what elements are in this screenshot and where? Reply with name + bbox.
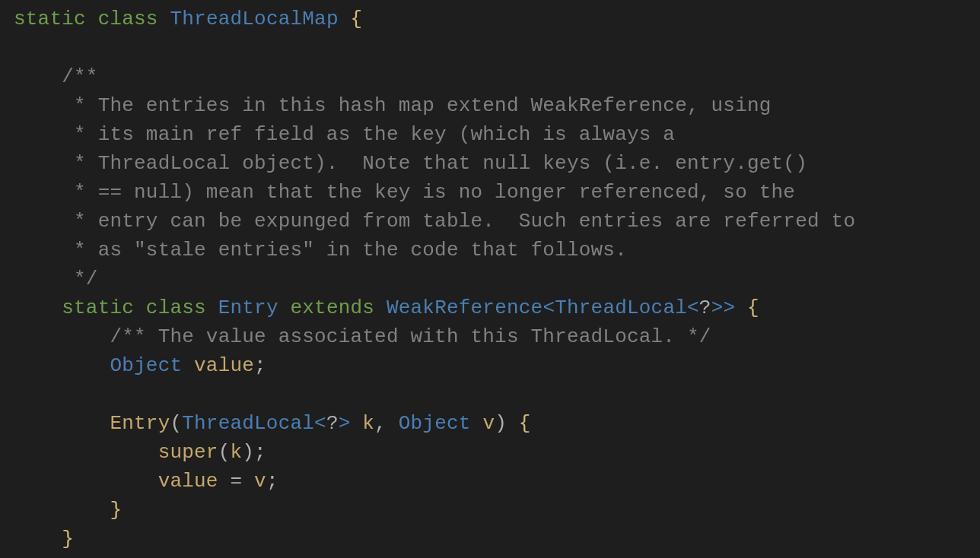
- type-name: ThreadLocal: [555, 296, 687, 319]
- code-line: Object value;: [110, 354, 266, 377]
- type-name: Object: [110, 354, 182, 377]
- type-name: WeakReference: [387, 296, 542, 319]
- comment-line: * ThreadLocal object). Note that null ke…: [62, 152, 807, 175]
- angle-bracket: <: [314, 412, 326, 435]
- paren: ): [495, 412, 507, 435]
- keyword-static: static: [62, 296, 134, 319]
- wildcard: ?: [699, 296, 711, 319]
- semicolon: ;: [254, 354, 266, 377]
- keyword-static: static: [14, 8, 86, 30]
- code-editor[interactable]: static class ThreadLocalMap { /** * The …: [0, 0, 980, 553]
- semicolon: ;: [266, 470, 278, 493]
- comment-line: * == null) mean that the key is no longe…: [62, 181, 795, 204]
- semicolon: ;: [254, 441, 266, 464]
- paren: (: [170, 412, 182, 435]
- keyword-class: class: [146, 296, 206, 319]
- type-name: Entry: [218, 296, 278, 319]
- comment-line: * entry can be expunged from table. Such…: [62, 210, 855, 233]
- code-line: static class Entry extends WeakReference…: [62, 296, 759, 319]
- comment-line: * its main ref field as the key (which i…: [62, 123, 675, 146]
- code-line: Entry(ThreadLocal<?> k, Object v) {: [110, 412, 530, 435]
- angle-bracket: >: [339, 412, 351, 435]
- brace: {: [519, 412, 531, 435]
- comment-line: * as "stale entries" in the code that fo…: [62, 239, 627, 262]
- brace: }: [110, 499, 122, 522]
- paren: (: [218, 441, 231, 464]
- constructor-name: Entry: [110, 412, 170, 435]
- field-name: value: [194, 354, 254, 377]
- javadoc-comment: /** The value associated with this Threa…: [110, 325, 711, 348]
- angle-bracket: <: [687, 296, 699, 319]
- super-call: super: [158, 441, 218, 464]
- angle-bracket: >: [711, 296, 724, 319]
- code-line: static class ThreadLocalMap {: [14, 8, 362, 30]
- type-name: ThreadLocal: [182, 412, 314, 435]
- comment-line: /**: [62, 65, 97, 88]
- javadoc-comment: /** * The entries in this hash map exten…: [14, 65, 855, 290]
- keyword-class: class: [98, 8, 158, 30]
- brace: }: [62, 528, 74, 550]
- comment-line: */: [62, 268, 97, 290]
- paren: ): [242, 441, 254, 464]
- field-name: value: [158, 470, 218, 493]
- param-name: k: [362, 412, 374, 435]
- arg: k: [230, 441, 242, 464]
- angle-bracket: >: [723, 296, 735, 319]
- type-name: Object: [399, 412, 471, 435]
- comment-line: * The entries in this hash map extend We…: [62, 94, 771, 117]
- comma: ,: [374, 412, 387, 435]
- code-line: value = v;: [158, 470, 278, 493]
- wildcard: ?: [326, 412, 339, 435]
- equals: =: [230, 470, 242, 493]
- param-name: v: [482, 412, 495, 435]
- type-name: ThreadLocalMap: [170, 8, 338, 30]
- keyword-extends: extends: [291, 296, 375, 319]
- brace: {: [747, 296, 759, 319]
- var-name: v: [254, 470, 266, 493]
- angle-bracket: <: [542, 296, 555, 319]
- code-line: super(k);: [158, 441, 266, 464]
- brace: {: [351, 8, 363, 30]
